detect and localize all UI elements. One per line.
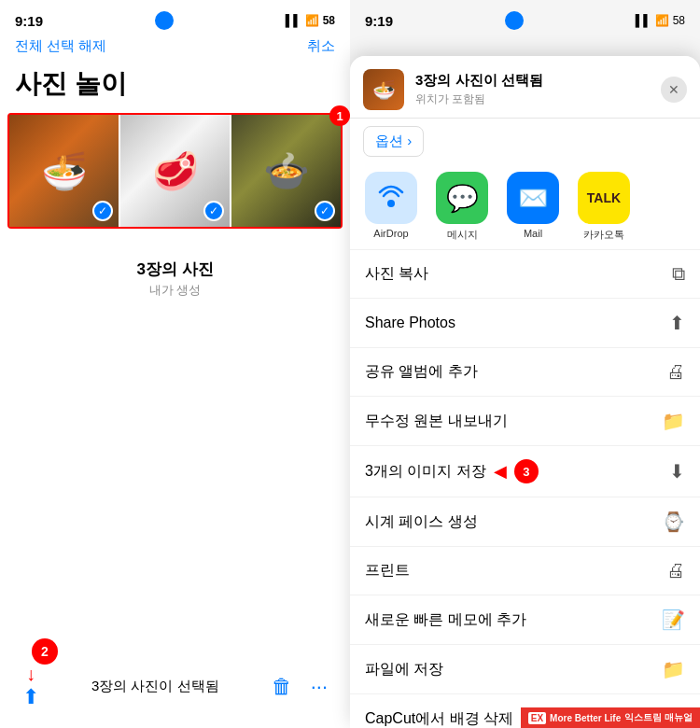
save-images-icon: ⬇ [669, 460, 685, 483]
photo-grid: ✓ ✓ ✓ [9, 115, 341, 227]
photo-cell-2[interactable]: ✓ [120, 115, 230, 227]
album-sub: 내가 생성 [149, 282, 202, 299]
watermark-sub: More Better Life [550, 713, 621, 723]
svg-point-0 [387, 200, 395, 207]
mail-label: Mail [524, 228, 542, 239]
mail-icon: ✉️ [507, 172, 559, 224]
save-file-icon: 📁 [662, 658, 685, 680]
badge-1: 1 [329, 105, 350, 126]
copy-photo-icon: ⧉ [672, 263, 685, 285]
memo-label: 새로운 빠른 메모에 추가 [365, 610, 526, 630]
share-sheet: 🍜 3장의 사진이 선택됨 위치가 포함됨 ✕ 옵션 › AirDrop [350, 56, 700, 728]
menu-item-save-file[interactable]: 파일에 저장 📁 [350, 645, 700, 694]
watch-face-icon: ⌚ [662, 511, 685, 533]
signal-icon: ▌▌ [286, 14, 301, 27]
check-badge-3: ✓ [315, 201, 335, 221]
share-icon-airdrop[interactable]: AirDrop [363, 172, 419, 242]
kakao-label: 카카오톡 [583, 228, 624, 242]
right-signal-icon: ▌▌ [636, 14, 651, 27]
battery-icon: 58 [323, 14, 335, 27]
delete-icon[interactable]: 🗑 [272, 675, 292, 699]
menu-item-add-album[interactable]: 공유 앨범에 추가 🖨 [350, 348, 700, 397]
album-title: 3장의 사진 [136, 259, 213, 280]
print-icon: 🖨 [666, 560, 685, 581]
watermark-logo: EX [528, 712, 546, 724]
menu-list: 사진 복사 ⧉ Share Photos ⬆ 공유 앨범에 추가 🖨 무수정 원… [350, 250, 700, 728]
share-icons-row: AirDrop 💬 메시지 ✉️ Mail TALK 카카오톡 [350, 164, 700, 250]
menu-item-share-photos[interactable]: Share Photos ⬆ [350, 299, 700, 348]
share-icon[interactable]: ⬆ [22, 685, 39, 709]
sheet-header-title: 3장의 사진이 선택됨 [415, 72, 650, 90]
airdrop-label: AirDrop [373, 228, 408, 239]
photo-cell-1[interactable]: ✓ [9, 115, 119, 227]
top-action-bar: 전체 선택 해제 취소 [0, 34, 350, 63]
selected-count-text: 3장의 사진이 선택됨 [91, 678, 219, 695]
airdrop-icon [365, 172, 417, 224]
share-photos-label: Share Photos [365, 315, 455, 331]
watch-face-label: 시계 페이스 생성 [365, 512, 478, 532]
sheet-thumbnail: 🍜 [363, 69, 404, 110]
right-wifi-icon: 📶 [655, 14, 669, 27]
sheet-close-button[interactable]: ✕ [661, 77, 687, 103]
message-icon: 💬 [436, 172, 488, 224]
menu-item-memo[interactable]: 새로운 빠른 메모에 추가 📝 [350, 595, 700, 645]
photo-grid-container: 1 ✓ ✓ ✓ [7, 113, 343, 229]
watermark: EX More Better Life 익스트림 매뉴얼 [521, 707, 700, 728]
menu-item-watch-face[interactable]: 시계 페이스 생성 ⌚ [350, 497, 700, 547]
check-badge-1: ✓ [92, 201, 113, 221]
copy-photo-label: 사진 복사 [365, 264, 428, 284]
badge-3: 3 [514, 459, 539, 483]
right-time: 9:19 [365, 13, 393, 29]
right-status-bar: 9:19 ▌▌ 📶 58 [350, 0, 700, 34]
save-images-arrow: ◀ [494, 461, 507, 482]
down-arrow-icon: ↓ [26, 664, 35, 685]
check-badge-2: ✓ [203, 201, 224, 221]
bottom-action-bar: 2 ↓ ⬆ 3장의 사진이 선택됨 🗑 ··· [0, 664, 350, 709]
right-nav-arrow [505, 11, 524, 30]
share-icon-message[interactable]: 💬 메시지 [434, 172, 490, 242]
save-images-container: 3개의 이미지 저장 ◀ 3 [365, 459, 539, 483]
right-battery-icon: 58 [673, 14, 685, 27]
add-album-icon: 🖨 [666, 361, 685, 383]
left-nav-arrow [155, 11, 174, 30]
more-icon[interactable]: ··· [311, 675, 328, 699]
share-icon-mail[interactable]: ✉️ Mail [505, 172, 561, 242]
right-panel: 9:19 ▌▌ 📶 58 🍜 3장의 사진이 선택됨 위치가 포함됨 ✕ 옵션 … [350, 0, 700, 728]
cancel-button[interactable]: 취소 [307, 37, 335, 55]
sheet-header-text: 3장의 사진이 선택됨 위치가 포함됨 [415, 72, 650, 107]
print-label: 프린트 [365, 561, 410, 581]
left-status-icons: ▌▌ 📶 58 [286, 14, 335, 27]
deselect-button[interactable]: 전체 선택 해제 [15, 37, 106, 55]
left-panel: 9:19 ▌▌ 📶 58 전체 선택 해제 취소 사진 놀이 1 ✓ ✓ ✓ [0, 0, 350, 728]
left-status-bar: 9:19 ▌▌ 📶 58 [0, 0, 350, 34]
watermark-text: 익스트림 매뉴얼 [624, 711, 693, 724]
options-button-wrapper[interactable]: 옵션 › [350, 119, 700, 164]
send-original-label: 무수정 원본 내보내기 [365, 412, 508, 431]
left-time: 9:19 [15, 13, 43, 29]
share-icon-kakao[interactable]: TALK 카카오톡 [576, 172, 632, 242]
save-images-label: 3개의 이미지 저장 [365, 462, 486, 482]
menu-item-send-original[interactable]: 무수정 원본 내보내기 📁 [350, 397, 700, 446]
menu-item-copy-photo[interactable]: 사진 복사 ⧉ [350, 250, 700, 299]
wifi-icon: 📶 [305, 14, 319, 27]
sheet-header-subtitle: 위치가 포함됨 [415, 91, 650, 107]
album-info: 3장의 사진 내가 생성 [0, 259, 350, 299]
send-original-icon: 📁 [662, 410, 685, 432]
options-button[interactable]: 옵션 › [363, 126, 424, 157]
message-label: 메시지 [447, 228, 478, 242]
badge-2: 2 [32, 638, 58, 665]
photo-cell-3[interactable]: ✓ [231, 115, 341, 227]
page-title: 사진 놀이 [0, 63, 350, 113]
right-status-icons: ▌▌ 📶 58 [636, 14, 685, 27]
sheet-header: 🍜 3장의 사진이 선택됨 위치가 포함됨 ✕ [350, 56, 700, 119]
capcut-label: CapCut에서 배경 삭제 [365, 709, 513, 729]
menu-item-print[interactable]: 프린트 🖨 [350, 547, 700, 595]
kakao-icon: TALK [578, 172, 630, 224]
save-file-label: 파일에 저장 [365, 660, 443, 679]
memo-icon: 📝 [662, 609, 685, 631]
menu-item-save-images[interactable]: 3개의 이미지 저장 ◀ 3 ⬇ [350, 446, 700, 497]
add-album-label: 공유 앨범에 추가 [365, 362, 478, 382]
share-photos-icon: ⬆ [669, 312, 685, 334]
